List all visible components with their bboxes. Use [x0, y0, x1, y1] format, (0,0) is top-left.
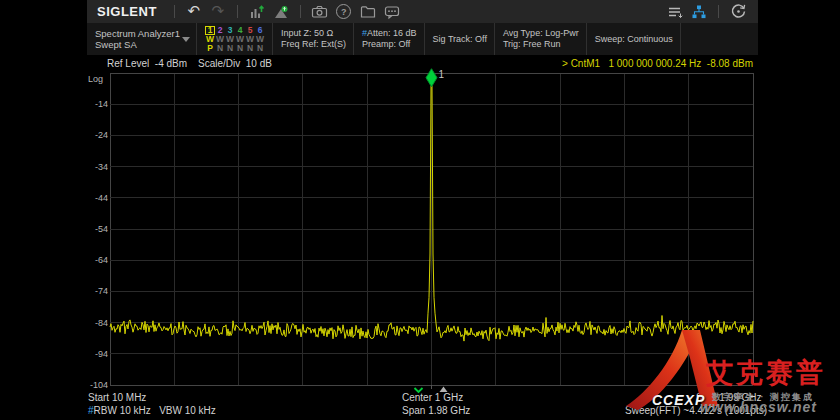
- spectrum-trace: [110, 86, 753, 341]
- y-axis-tick: -84: [82, 318, 108, 328]
- trace-detector[interactable]: N: [215, 44, 225, 53]
- avg-type-value: Avg Type: Log-Pwr: [503, 28, 579, 39]
- rbw-vbw-readout[interactable]: #RBW 10 kHz VBW 10 kHz: [88, 405, 216, 416]
- y-axis-tick: -24: [82, 130, 108, 140]
- chevron-down-icon: [182, 37, 190, 42]
- analyzer-mode-selector[interactable]: Spectrum Analyzer1 Swept SA: [87, 23, 197, 55]
- y-axis-tick: -34: [82, 162, 108, 172]
- chat-bubble-icon: [384, 4, 400, 20]
- input-settings-panel[interactable]: Input Z: 50 Ω Freq Ref: Ext(S): [273, 23, 354, 55]
- trace-status-row: PNNNNN: [205, 44, 265, 53]
- trig-value: Trig: Free Run: [503, 39, 579, 50]
- ref-level-readout[interactable]: Ref Level -4 dBm: [107, 58, 187, 69]
- redo-icon: ↷: [212, 4, 225, 19]
- sig-track-value: Sig Track: Off: [433, 34, 487, 45]
- trace-status-panel[interactable]: 123456WWWWWWPNNNNN: [197, 23, 273, 55]
- trace-detector[interactable]: P: [205, 44, 215, 53]
- trace-detector[interactable]: N: [225, 44, 235, 53]
- marker-readout: > CntM1 1 000 000 000.24 Hz -8.08 dBm: [562, 58, 753, 69]
- trace-detector[interactable]: N: [255, 44, 265, 53]
- trace-status-row: WWWWWW: [205, 35, 265, 44]
- network-button[interactable]: [687, 2, 711, 22]
- y-axis-tick: -94: [82, 349, 108, 359]
- undo-button[interactable]: ↶: [182, 2, 206, 22]
- freq-ref-value: Freq Ref: Ext(S): [281, 39, 346, 50]
- sweep-time-readout: Sweep(FFT) ~4.412 s (1001pts): [625, 405, 767, 416]
- marker-to-peak-icon: [273, 4, 289, 20]
- scale-div-readout[interactable]: Scale/Div 10 dB: [198, 58, 272, 69]
- toolbar-separator: [237, 5, 238, 18]
- settings-filler: [681, 23, 758, 55]
- peak-search-button[interactable]: [245, 2, 269, 22]
- y-axis-tick: -14: [82, 99, 108, 109]
- start-freq-readout[interactable]: Start 10 MHz: [88, 392, 146, 403]
- sweep-panel[interactable]: Sweep: Continuous: [587, 23, 681, 55]
- atten-settings-panel[interactable]: #Atten: 16 dB Preamp: Off: [354, 23, 425, 55]
- spectrum-analyzer-screen: SIGLENT ↶ ↷: [0, 0, 840, 420]
- preamp-value: Preamp: Off: [362, 39, 417, 50]
- camera-icon: [311, 4, 328, 20]
- sweep-value: Sweep: Continuous: [595, 34, 673, 45]
- y-axis-tick: -104: [82, 380, 108, 390]
- marker-to-peak-button[interactable]: [269, 2, 293, 22]
- help-icon: ?: [336, 4, 351, 19]
- siglent-logo: SIGLENT: [97, 4, 157, 19]
- help-button[interactable]: ?: [332, 2, 356, 22]
- y-axis-tick: -44: [82, 193, 108, 203]
- y-axis-tick: -74: [82, 286, 108, 296]
- input-z-value: Input Z: 50 Ω: [281, 28, 346, 39]
- avg-trig-panel[interactable]: Avg Type: Log-Pwr Trig: Free Run: [495, 23, 587, 55]
- peak-search-icon: [249, 4, 265, 20]
- settings-strip: Spectrum Analyzer1 Swept SA 123456WWWWWW…: [87, 23, 758, 55]
- undo-icon: ↶: [188, 4, 201, 19]
- analyzer-name: Spectrum Analyzer1: [95, 28, 189, 39]
- toolbar: SIGLENT ↶ ↷: [87, 0, 758, 23]
- atten-value: #Atten: 16 dB: [362, 28, 417, 39]
- watermark-chinese-name: 艾克赛普: [706, 360, 826, 387]
- stop-freq-readout[interactable]: Stop 1.99 GHz: [696, 392, 762, 403]
- restore-preset-icon: [730, 3, 747, 20]
- screenshot-button[interactable]: [308, 2, 332, 22]
- toolbar-separator: [718, 5, 719, 18]
- y-axis-tick: -54: [82, 224, 108, 234]
- trace-detector[interactable]: N: [235, 44, 245, 53]
- lan-network-icon: [691, 4, 707, 20]
- menu-list-button[interactable]: [663, 2, 687, 22]
- file-button[interactable]: [356, 2, 380, 22]
- y-axis-tick: -64: [82, 255, 108, 265]
- log-scale-label: Log: [88, 74, 103, 84]
- center-freq-readout[interactable]: Center 1 GHz: [402, 392, 463, 403]
- sig-track-panel[interactable]: Sig Track: Off: [425, 23, 495, 55]
- trace-detector[interactable]: N: [245, 44, 255, 53]
- toolbar-separator: [174, 5, 175, 18]
- folder-icon: [360, 4, 376, 20]
- marker-1-label: 1: [439, 69, 445, 80]
- redo-button[interactable]: ↷: [206, 2, 230, 22]
- toolbar-separator: [300, 5, 301, 18]
- span-readout[interactable]: Span 1.98 GHz: [402, 405, 470, 416]
- analyzer-mode: Swept SA: [95, 39, 189, 50]
- preset-button[interactable]: [726, 2, 750, 22]
- message-button[interactable]: [380, 2, 404, 22]
- menu-list-icon: [667, 4, 684, 20]
- marker-1-diamond-icon[interactable]: [426, 69, 437, 87]
